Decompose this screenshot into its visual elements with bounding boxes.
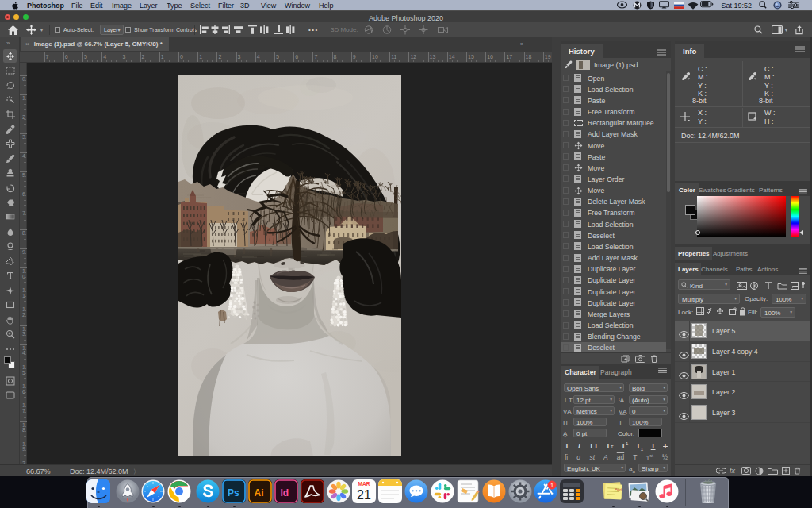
svg-text:Pwd: Pwd: [615, 487, 622, 491]
svg-text:Id: Id: [281, 487, 289, 498]
svg-text:Ai: Ai: [255, 487, 264, 498]
svg-text:MAR: MAR: [358, 481, 370, 487]
svg-text:21: 21: [357, 488, 371, 502]
svg-text:Ps: Ps: [228, 487, 239, 498]
svg-text:1: 1: [550, 482, 553, 489]
